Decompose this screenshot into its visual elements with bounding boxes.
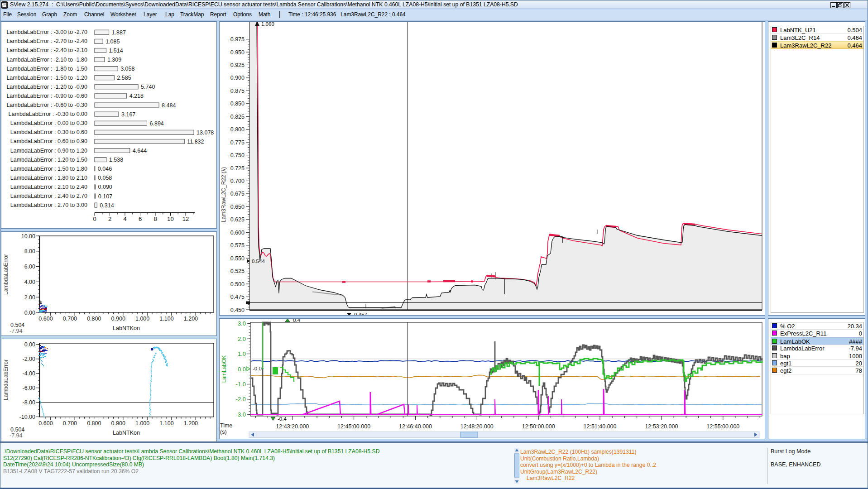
svg-text:2.585: 2.585 <box>117 75 131 81</box>
svg-text:-3.0: -3.0 <box>236 411 246 418</box>
svg-text:0.875: 0.875 <box>230 88 245 94</box>
svg-text:0.00: 0.00 <box>24 310 35 316</box>
svg-text:13.078: 13.078 <box>197 129 214 136</box>
svg-text:LambdaLabError : -2.40 to -2.1: LambdaLabError : -2.40 to -2.10 <box>6 47 87 53</box>
svg-text:-10.00: -10.00 <box>19 414 35 420</box>
svg-text:0.950: 0.950 <box>230 49 245 56</box>
svg-text:6: 6 <box>139 216 142 222</box>
svg-text:LambdaLabError: LambdaLabError <box>3 254 9 295</box>
svg-text:3.167: 3.167 <box>121 111 135 118</box>
svg-text:LambdaLabError : -0.90 to -0.6: LambdaLabError : -0.90 to -0.60 <box>6 93 87 99</box>
svg-text:0.900: 0.900 <box>111 316 125 322</box>
svg-text:8.00: 8.00 <box>24 248 35 254</box>
svg-text:0.525: 0.525 <box>230 268 245 274</box>
svg-text:12:55:00.000: 12:55:00.000 <box>706 423 739 430</box>
svg-text:-2.00: -2.00 <box>23 356 36 362</box>
svg-text:0.450: 0.450 <box>230 307 245 313</box>
svg-text:0.925: 0.925 <box>230 62 245 68</box>
svg-text:LambdaLabError : -3.00 to -2.7: LambdaLabError : -3.00 to -2.70 <box>6 29 87 35</box>
svg-text:1.100: 1.100 <box>159 420 173 427</box>
svg-text:0.475: 0.475 <box>230 294 245 300</box>
svg-text:4.644: 4.644 <box>133 148 147 154</box>
svg-text:LabNTKon: LabNTKon <box>113 325 140 331</box>
svg-text:1.538: 1.538 <box>109 157 123 163</box>
svg-text:1.000: 1.000 <box>135 316 149 322</box>
svg-text:LambdaLabError : -0.30 to 0.00: LambdaLabError : -0.30 to 0.00 <box>9 111 87 117</box>
svg-text:LambdaLabError : 2.10 to 2.40: LambdaLabError : 2.10 to 2.40 <box>10 184 87 190</box>
svg-text:10.00: 10.00 <box>21 233 35 240</box>
svg-text:0.700: 0.700 <box>230 178 245 184</box>
svg-text:0.457: 0.457 <box>354 312 367 315</box>
svg-text:-4.00: -4.00 <box>23 370 36 377</box>
svg-text:0.900: 0.900 <box>230 75 245 81</box>
svg-text:-8.00: -8.00 <box>23 399 36 406</box>
svg-text:0.058: 0.058 <box>98 175 112 181</box>
svg-text:0.4: 0.4 <box>293 319 301 323</box>
svg-text:3.0: 3.0 <box>238 320 246 327</box>
svg-text:10: 10 <box>167 216 173 222</box>
svg-text:LambdaLabError : 0.90 to 1.20: LambdaLabError : 0.90 to 1.20 <box>10 148 87 154</box>
svg-text:LambdaLabError : -1.80 to -1.5: LambdaLabError : -1.80 to -1.50 <box>6 66 87 72</box>
svg-text:0.046: 0.046 <box>98 166 112 172</box>
svg-text:0.825: 0.825 <box>230 114 245 120</box>
svg-text:2.00: 2.00 <box>24 294 35 301</box>
svg-text:12:46:40.000: 12:46:40.000 <box>399 423 432 430</box>
svg-text:0.800: 0.800 <box>87 316 101 322</box>
svg-text:0.550: 0.550 <box>230 255 245 262</box>
svg-text:0.700: 0.700 <box>63 420 77 427</box>
svg-text:-2.0: -2.0 <box>236 396 246 403</box>
svg-text:12: 12 <box>182 216 189 222</box>
svg-text:4.218: 4.218 <box>129 93 144 99</box>
svg-text:1.200: 1.200 <box>184 420 198 427</box>
svg-text:1.0: 1.0 <box>238 350 246 357</box>
svg-text:0.090: 0.090 <box>98 184 112 190</box>
svg-text:0.00: 0.00 <box>24 341 35 348</box>
svg-text:LambdaLabError : -2.10 to -1.8: LambdaLabError : -2.10 to -1.80 <box>6 57 87 63</box>
svg-text:-6.00: -6.00 <box>23 385 36 391</box>
svg-text:1.100: 1.100 <box>159 316 173 322</box>
svg-text:1.514: 1.514 <box>109 48 123 54</box>
svg-text:0.600: 0.600 <box>38 420 53 427</box>
svg-text:0.650: 0.650 <box>230 204 245 210</box>
svg-text:LambdaLabError : 0.60 to 0.90: LambdaLabError : 0.60 to 0.90 <box>10 138 87 144</box>
svg-text:12:48:20.000: 12:48:20.000 <box>460 423 494 430</box>
svg-text:LamLabOK: LamLabOK <box>221 355 227 383</box>
svg-text:1.060: 1.060 <box>261 22 274 27</box>
svg-text:4: 4 <box>123 216 126 222</box>
svg-text:LambdaLabError : 0.00 to 0.30: LambdaLabError : 0.00 to 0.30 <box>10 120 87 126</box>
svg-text:LambdaLabError : 1.80 to 2.10: LambdaLabError : 1.80 to 2.10 <box>10 175 87 181</box>
svg-text:LambdaLabError : 1.50 to 1.80: LambdaLabError : 1.50 to 1.80 <box>10 166 87 172</box>
svg-text:12:51:40.000: 12:51:40.000 <box>584 423 617 430</box>
svg-text:0.314: 0.314 <box>100 202 114 209</box>
svg-text:-7.94: -7.94 <box>10 328 23 334</box>
svg-text:LambdaLabError : 0.30 to 0.60: LambdaLabError : 0.30 to 0.60 <box>10 129 87 135</box>
svg-text:0.900: 0.900 <box>111 420 125 427</box>
svg-text:LambdaLabError : -0.60 to -0.3: LambdaLabError : -0.60 to -0.30 <box>6 102 87 108</box>
svg-text:Time: Time <box>220 422 232 429</box>
svg-text:0.800: 0.800 <box>230 126 245 133</box>
svg-text:0.504: 0.504 <box>10 427 24 433</box>
svg-text:-7.94: -7.94 <box>10 432 23 439</box>
svg-text:LambdaLabError : 2.70 to 3.00: LambdaLabError : 2.70 to 3.00 <box>10 202 87 208</box>
svg-text:-0.0: -0.0 <box>253 366 262 371</box>
svg-text:0.775: 0.775 <box>230 139 245 146</box>
svg-text:1.085: 1.085 <box>106 38 120 45</box>
svg-text:12:50:00.000: 12:50:00.000 <box>522 423 555 430</box>
svg-text:Lam3RawL2C_R22 (λ): Lam3RawL2C_R22 (λ) <box>221 167 227 222</box>
svg-text:-0.4: -0.4 <box>278 416 287 422</box>
svg-text:0.500: 0.500 <box>230 281 245 288</box>
svg-text:0.107: 0.107 <box>98 193 112 200</box>
svg-text:LambdaLabError: LambdaLabError <box>3 360 9 400</box>
svg-text:0.600: 0.600 <box>38 316 53 322</box>
svg-text:0.544: 0.544 <box>252 259 265 264</box>
svg-text:12:43:20.000: 12:43:20.000 <box>276 423 309 430</box>
svg-text:1.000: 1.000 <box>135 420 149 427</box>
svg-text:2.0: 2.0 <box>238 336 246 342</box>
svg-text:0: 0 <box>93 216 96 222</box>
svg-text:6.894: 6.894 <box>150 120 164 127</box>
svg-text:0.750: 0.750 <box>230 152 245 158</box>
svg-text:0.975: 0.975 <box>230 36 245 43</box>
svg-text:6.00: 6.00 <box>24 264 35 270</box>
svg-text:0.675: 0.675 <box>230 191 245 197</box>
svg-text:0.600: 0.600 <box>230 230 245 236</box>
